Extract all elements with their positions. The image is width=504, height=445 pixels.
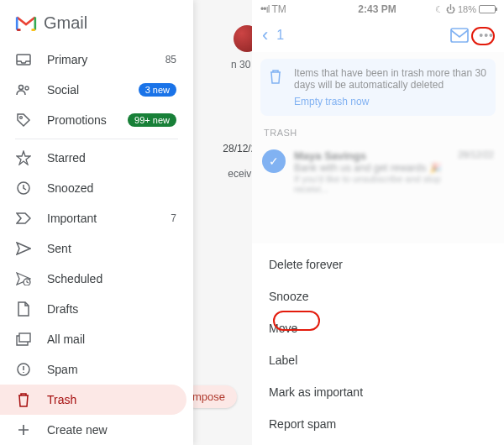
sidebar-label: Scheduled (47, 272, 102, 285)
gmail-name: Gmail (44, 13, 87, 33)
important-icon (15, 210, 32, 227)
svg-point-1 (19, 86, 24, 90)
sidebar-item-promotions[interactable]: Promotions 99+ new (0, 105, 186, 135)
sidebar-item-trash[interactable]: Trash (0, 385, 186, 415)
clock-icon (15, 180, 32, 196)
sidebar-item-spam[interactable]: Spam (0, 354, 186, 385)
important-count: 7 (171, 212, 176, 224)
sidebar-label: Important (47, 212, 97, 225)
people-icon (15, 81, 32, 98)
drafts-icon (15, 301, 32, 317)
spam-icon (15, 361, 32, 378)
plus-icon (15, 421, 32, 438)
star-icon (15, 149, 32, 166)
action-cancel[interactable]: Cancel (252, 440, 504, 445)
sidebar-item-sent[interactable]: Sent (0, 233, 186, 264)
sidebar-label: Sent (47, 242, 71, 255)
sidebar-label: All mail (47, 332, 85, 346)
action-mark-important[interactable]: Mark as important (252, 376, 504, 408)
sidebar-label: Trash (47, 393, 76, 406)
sidebar-item-create[interactable]: Create new (0, 415, 186, 445)
sidebar-label: Starred (47, 151, 86, 165)
gmail-logo-icon (15, 15, 37, 32)
action-report-spam[interactable]: Report spam (252, 408, 504, 440)
action-sheet: Delete forever Snooze Move Label Mark as… (252, 243, 504, 445)
sidebar-item-starred[interactable]: Starred (0, 143, 186, 173)
svg-point-3 (20, 117, 23, 119)
sidebar-item-drafts[interactable]: Drafts (0, 294, 186, 324)
action-delete-forever[interactable]: Delete forever (252, 249, 504, 280)
action-move[interactable]: Move (252, 312, 504, 344)
sidebar-item-social[interactable]: Social 3 new (0, 75, 186, 105)
svg-point-2 (25, 86, 29, 90)
divider (15, 139, 178, 139)
sidebar-label: Drafts (47, 302, 78, 316)
tag-icon (15, 112, 32, 128)
nav-drawer: Gmail Primary 85 Social 3 new Promotions… (0, 0, 193, 445)
sidebar-label: Social (47, 83, 79, 97)
sidebar-item-snoozed[interactable]: Snoozed (0, 173, 186, 203)
allmail-icon (15, 331, 32, 348)
primary-count: 85 (165, 54, 176, 65)
sidebar-item-primary[interactable]: Primary 85 (0, 44, 186, 75)
scheduled-icon (15, 270, 32, 287)
promotions-badge: 99+ new (128, 113, 176, 127)
modal-scrim[interactable] (252, 0, 504, 243)
action-label[interactable]: Label (252, 344, 504, 376)
sidebar-label: Primary (47, 53, 87, 66)
sidebar-label: Snoozed (47, 181, 93, 195)
social-badge: 3 new (139, 83, 176, 97)
sidebar-item-scheduled[interactable]: Scheduled (0, 264, 186, 294)
sidebar-label: Create new (47, 423, 108, 437)
svg-rect-6 (19, 333, 30, 342)
inbox-icon (15, 51, 32, 68)
sidebar-label: Spam (47, 363, 78, 376)
gmail-brand: Gmail (0, 0, 193, 44)
sidebar-item-allmail[interactable]: All mail (0, 324, 186, 354)
action-snooze[interactable]: Snooze (252, 280, 504, 312)
sidebar-label: Promotions (47, 113, 107, 127)
send-icon (15, 240, 32, 257)
trash-icon (15, 391, 32, 408)
sidebar-item-important[interactable]: Important 7 (0, 203, 186, 233)
